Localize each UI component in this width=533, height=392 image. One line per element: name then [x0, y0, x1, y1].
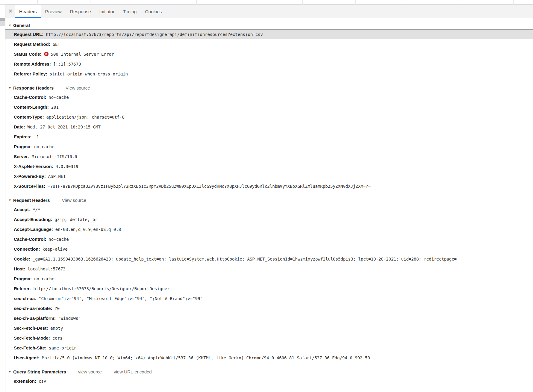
request-headers-view-source-link[interactable]: View source	[62, 198, 86, 203]
network-detail-pane: ✕ HeadersPreviewResponseInitiatorTimingC…	[5, 4, 533, 392]
section-general: ▼GeneralRequest URL:http://localhost:576…	[5, 18, 533, 82]
section-rows: Accept:*/*Accept-Encoding:gzip, deflate,…	[5, 203, 533, 366]
header-name: Remote Address:	[14, 61, 51, 66]
header-value: no-cache	[49, 95, 69, 100]
header-name: Referer:	[14, 286, 31, 291]
response-headers-view-source-link[interactable]: View source	[66, 85, 90, 90]
header-name: Sec-Fetch-Mode:	[14, 335, 50, 340]
column-divider	[461, 0, 461, 4]
tab-headers[interactable]: Headers	[15, 5, 41, 18]
header-row: sec-ch-ua-mobile:?0	[5, 303, 533, 313]
header-value: */*	[33, 207, 40, 212]
query-string-parameters-view-url-encoded-link[interactable]: view URL-encoded	[114, 369, 152, 374]
header-name: X-AspNet-Version:	[14, 164, 53, 169]
header-row: Expires:-1	[5, 132, 533, 142]
tab-timing[interactable]: Timing	[119, 5, 141, 18]
header-value: strict-origin-when-cross-origin	[50, 72, 128, 76]
header-name: Accept-Language:	[14, 227, 53, 232]
header-value: "Windows"	[58, 316, 81, 321]
header-name: Date:	[14, 124, 25, 129]
header-value: csv	[39, 379, 46, 384]
tab-preview[interactable]: Preview	[41, 5, 66, 18]
column-divider	[355, 0, 356, 4]
header-name: Referrer Policy:	[14, 71, 47, 76]
section-header-request-headers: ▼Request HeadersView source	[5, 194, 533, 203]
header-name: Pragma:	[14, 144, 32, 149]
column-divider	[302, 0, 303, 4]
network-table-left-sliver	[0, 5, 5, 392]
header-row: Sec-Fetch-Mode:cors	[5, 333, 533, 343]
header-row: Referer:http://localhost:57673/Reports/D…	[5, 284, 533, 293]
close-icon[interactable]: ✕	[6, 4, 15, 18]
header-row: Referrer Policy:strict-origin-when-cross…	[5, 69, 533, 79]
header-row: Status Code:✕500 Internal Server Error	[5, 49, 533, 59]
header-row: Accept:*/*	[5, 205, 533, 214]
header-value: 500 Internal Server Error	[51, 52, 114, 57]
section-title: Request Headers	[13, 198, 50, 203]
tab-cookies[interactable]: Cookies	[141, 5, 166, 18]
header-name: Cache-Control:	[14, 237, 46, 242]
chevron-expanded-icon[interactable]: ▼	[8, 86, 13, 90]
header-value: en-GB,en;q=0.9,en-US;q=0.8	[55, 227, 121, 232]
header-value: Microsoft-IIS/10.0	[32, 154, 77, 159]
headers-panel: ▼GeneralRequest URL:http://localhost:576…	[5, 18, 533, 392]
column-divider	[90, 0, 90, 4]
column-divider	[513, 0, 514, 4]
header-row: Content-Length:201	[5, 102, 533, 112]
header-row: Pragma:no-cache	[5, 274, 533, 284]
header-value: =?UTF-8?B?RDpcaUZvY3VzIFByb2plY3RzXEp1c3…	[48, 184, 371, 189]
header-row: Server:Microsoft-IIS/10.0	[5, 152, 533, 161]
tab-label: Initiator	[99, 9, 115, 14]
network-row-fragment	[0, 18, 5, 21]
header-value: Wed, 27 Oct 2021 18:29:15 GMT	[28, 125, 101, 129]
section-rows: extension:csv	[5, 375, 533, 389]
header-name: Cache-Control:	[14, 95, 46, 100]
tab-label: Preview	[45, 9, 62, 14]
header-row: sec-ch-ua-platform:"Windows"	[5, 313, 533, 323]
header-name: X-SourceFiles:	[14, 184, 45, 189]
header-row: X-Powered-By:ASP.NET	[5, 171, 533, 181]
header-row: Pragma:no-cache	[5, 142, 533, 152]
column-divider	[196, 0, 197, 4]
header-value: cors	[52, 336, 63, 340]
column-divider	[37, 0, 38, 4]
header-name: Cookie:	[14, 256, 30, 261]
header-name: Content-Type:	[14, 114, 44, 119]
section-title: Query String Parameters	[13, 369, 66, 374]
header-value: ?0	[54, 306, 60, 311]
header-name: Expires:	[14, 134, 31, 139]
section-rows: Request URL:http://localhost:57673/repor…	[5, 28, 533, 82]
header-name: Accept:	[14, 207, 30, 212]
chevron-expanded-icon[interactable]: ▼	[8, 370, 13, 373]
header-row: Content-Type:application/json; charset=u…	[5, 112, 533, 122]
header-name: sec-ch-ua-mobile:	[14, 306, 52, 311]
section-title: General	[13, 23, 30, 28]
query-string-parameters-view-source-link[interactable]: view source	[78, 369, 102, 374]
header-row-selected: Request URL:http://localhost:57673/repor…	[5, 29, 533, 39]
header-value: no-cache	[49, 237, 69, 242]
tab-response[interactable]: Response	[66, 5, 95, 18]
header-value: Mozilla/5.0 (Windows NT 10.0; Win64; x64…	[42, 355, 370, 360]
header-row: Accept-Encoding:gzip, deflate, br	[5, 214, 533, 224]
header-value: no-cache	[34, 276, 54, 281]
chevron-expanded-icon[interactable]: ▼	[8, 24, 13, 27]
section-title: Response Headers	[13, 85, 54, 90]
network-table-top-strip	[0, 0, 533, 4]
column-divider	[250, 0, 250, 4]
header-name: Pragma:	[14, 276, 32, 281]
header-row: Sec-Fetch-Dest:empty	[5, 323, 533, 333]
tab-initiator[interactable]: Initiator	[95, 5, 119, 18]
header-row: User-Agent:Mozilla/5.0 (Windows NT 10.0;…	[5, 353, 533, 363]
header-value: localhost:57673	[28, 267, 65, 271]
header-name: Request Method:	[14, 42, 50, 47]
tab-label: Headers	[19, 9, 37, 14]
tab-label: Response	[70, 9, 91, 14]
section-header-response-headers: ▼Response HeadersView source	[5, 82, 533, 91]
header-row: Cache-Control:no-cache	[5, 92, 533, 102]
section-query-string-parameters: ▼Query String Parametersview sourceview …	[5, 366, 533, 389]
header-value: application/json; charset=utf-8	[46, 115, 125, 119]
tab-label: Timing	[123, 9, 137, 14]
header-value: 201	[51, 105, 59, 110]
chevron-expanded-icon[interactable]: ▼	[8, 199, 13, 202]
section-header-query-string-parameters: ▼Query String Parametersview sourceview …	[5, 366, 533, 375]
